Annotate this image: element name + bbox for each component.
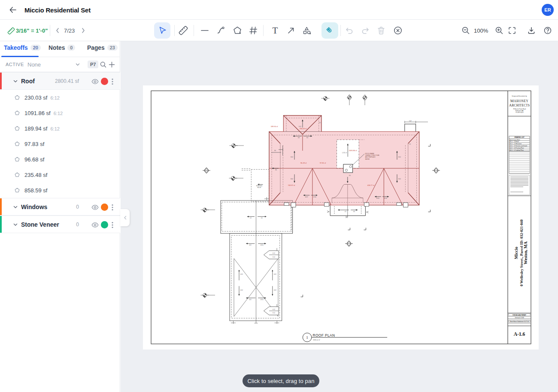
svg-text:0 Wellesley Street., Parcel ID: 0 Wellesley Street., Parcel ID: 032-021-…: [519, 219, 524, 286]
svg-text:6/12: 6/12: [274, 273, 276, 275]
svg-text:1'0: 1'0: [319, 122, 321, 124]
svg-text:FOR BID AND PERMIT: FOR BID AND PERMIT: [513, 314, 526, 316]
svg-text:January 8, 2024: January 8, 2024: [515, 317, 524, 319]
svg-text:DRAWING LIST: DRAWING LIST: [514, 137, 524, 138]
svg-text:9/12: 9/12: [291, 156, 293, 158]
svg-text:A-1.1 - 1.6 Plans: A-1.1 - 1.6 Plans: [510, 141, 519, 143]
svg-text:13'10: 13'10: [260, 299, 264, 301]
svg-text:1'0: 1'0: [409, 143, 411, 145]
svg-text:9/12: 9/12: [398, 156, 401, 158]
svg-text:6:12: 6:12: [273, 309, 275, 310]
svg-text:ROOF: ROOF: [258, 187, 261, 188]
svg-text:6:12: 6:12: [273, 252, 275, 254]
svg-text:A-5.1 - 5.2 Lighting Plans: A-5.1 - 5.2 Lighting Plans: [510, 149, 524, 151]
svg-text:9/12: 9/12: [398, 178, 401, 180]
svg-text:A-4.1 - 4.4 Framing Plans: A-4.1 - 4.4 Framing Plans: [510, 147, 524, 149]
svg-text:A-0.0 Cover Sheet: A-0.0 Cover Sheet: [510, 139, 520, 141]
svg-text:1,721 sf: 1,721 sf: [342, 152, 347, 154]
svg-text:418.77 sf: 418.77 sf: [367, 184, 375, 186]
svg-text:14'10: 14'10: [260, 244, 264, 246]
svg-text:9'0: 9'0: [306, 137, 308, 139]
svg-text:774-387-6223: 774-387-6223: [516, 112, 524, 113]
svg-text:230.03 sf: 230.03 sf: [300, 128, 307, 130]
svg-text:5'-8": 5'-8": [409, 120, 412, 122]
svg-text:96.28 sf: 96.28 sf: [300, 162, 307, 164]
svg-text:2093.86 sf: 2093.86 sf: [349, 149, 358, 152]
svg-text:MAHONEY: MAHONEY: [510, 99, 529, 103]
svg-text:749.97 sf: 749.97 sf: [288, 184, 295, 186]
svg-text:97.81 sf: 97.81 sf: [320, 162, 326, 164]
svg-text:12'04: 12'04: [313, 196, 316, 198]
svg-text:10'04: 10'04: [376, 198, 379, 199]
svg-text:6/12: 6/12: [240, 289, 243, 291]
svg-text:189.94 sf: 189.94 sf: [271, 125, 278, 128]
svg-text:9:12: 9:12: [273, 256, 275, 258]
svg-text:A-2.1 - 2.2 Elevations: A-2.1 - 2.2 Elevations: [510, 143, 522, 145]
svg-text:9'0: 9'0: [349, 175, 351, 176]
svg-text:A-3.1 - 3.3 Sections and Deta: A-3.1 - 3.3 Sections and Details: [510, 145, 528, 147]
svg-text:9/12: 9/12: [291, 178, 293, 180]
svg-text:6/12: 6/12: [240, 273, 243, 275]
svg-text:Weston, MA: Weston, MA: [523, 241, 528, 264]
svg-text:CHIMNEY STRUCTURE: CHIMNEY STRUCTURE: [365, 155, 379, 156]
svg-text:REFER: REFER: [365, 158, 370, 160]
svg-text:Nantz Baron Subdivision 10.27: Nantz Baron Subdivision 10.27.04: [510, 321, 529, 322]
svg-text:ARCHITECTS: ARCHITECTS: [509, 103, 530, 107]
svg-text:6/12: 6/12: [274, 289, 276, 291]
svg-text:5'2: 5'2: [250, 217, 252, 219]
svg-text:1: 1: [306, 335, 308, 340]
svg-text:3/16"=1'-0": 3/16"=1'-0": [313, 339, 321, 341]
svg-text:6'8: 6'8: [298, 137, 300, 139]
svg-text:A-1.6: A-1.6: [514, 331, 525, 337]
svg-text:9'6: 9'6: [275, 169, 277, 171]
svg-text:14'2: 14'2: [249, 299, 252, 301]
svg-text:WOOD FRAME: WOOD FRAME: [365, 153, 374, 155]
svg-text:4'1: 4'1: [345, 211, 346, 213]
svg-text:6'1: 6'1: [261, 217, 263, 219]
svg-text:9:12: 9:12: [273, 312, 275, 314]
svg-text:Design and Documents by: Design and Documents by: [512, 95, 527, 97]
svg-text:6'6: 6'6: [353, 211, 355, 213]
svg-text:8'6: 8'6: [274, 150, 276, 152]
svg-text:10'07: 10'07: [305, 196, 308, 198]
svg-text:Miccio: Miccio: [514, 247, 519, 259]
svg-text:10'04: 10'04: [384, 198, 387, 199]
svg-text:AND FIREPLACE: AND FIREPLACE: [365, 156, 376, 158]
svg-text:9:12: 9:12: [299, 126, 301, 128]
svg-text:14'2: 14'2: [249, 244, 252, 246]
svg-text:ROOF PLAN: ROOF PLAN: [313, 333, 335, 337]
